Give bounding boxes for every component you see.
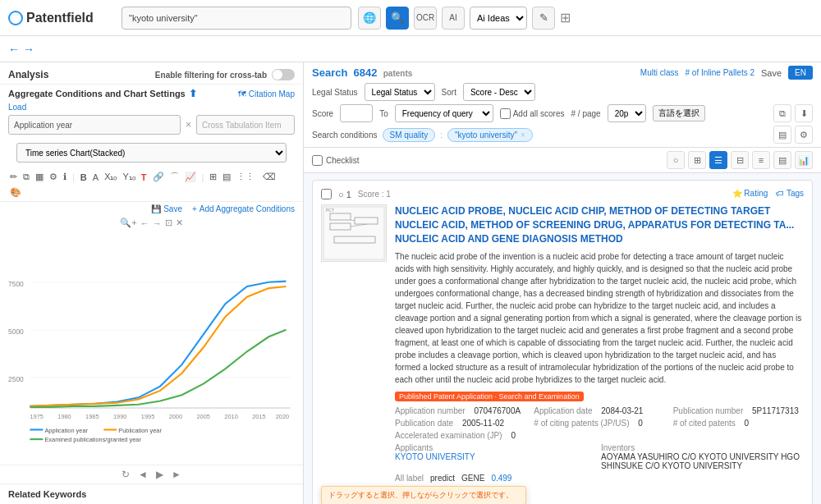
load-link[interactable]: Load [0, 103, 303, 112]
rating-link[interactable]: ⭐ Rating [732, 189, 768, 198]
search-input[interactable] [122, 7, 351, 30]
save-icon: 💾 [151, 204, 161, 213]
back-arrow[interactable]: ← [8, 43, 20, 56]
checklist-label: Checklist [326, 156, 360, 165]
card-view-btn[interactable]: ⊟ [731, 151, 749, 169]
globe-btn[interactable]: 🌐 [358, 7, 381, 30]
map-icon: 🗺 [238, 89, 246, 99]
chart-view-btn[interactable]: 📊 [795, 151, 813, 169]
result1-checkbox[interactable] [321, 189, 332, 199]
sort-label: Sort [442, 88, 456, 97]
app-number-value: 070476700A [474, 406, 521, 415]
score-from-input[interactable] [340, 104, 373, 122]
info-icon[interactable]: ℹ [62, 171, 68, 183]
condition2-remove-btn[interactable]: × [521, 131, 525, 140]
settings-icon[interactable]: ⚙ [48, 171, 59, 183]
pencil-icon[interactable]: ✏ [8, 171, 19, 183]
link-icon[interactable]: 🔗 [151, 171, 166, 183]
pages-select[interactable]: 20p [608, 104, 646, 122]
copy-icon[interactable]: ⧉ [21, 171, 31, 183]
refresh-chart-btn[interactable]: ↻ [122, 469, 130, 480]
separator2: | [200, 172, 206, 183]
color-fill-icon[interactable]: 🎨 [8, 186, 23, 199]
text2-view-btn[interactable]: ▤ [773, 151, 791, 169]
application-year-filter[interactable]: Application year [8, 115, 181, 135]
grid-view-icon2[interactable]: ⊞ [208, 171, 218, 183]
font-a-icon[interactable]: A [91, 172, 100, 183]
filter1-clear-btn[interactable]: × [186, 119, 191, 131]
bold-icon[interactable]: B [79, 172, 89, 183]
app-date-value: 2084-03-21 [601, 406, 643, 415]
accel-label: Accelerated examination (JP) [395, 431, 502, 440]
strikethrough-icon[interactable]: X₁₀ [103, 171, 118, 183]
ocr-btn[interactable]: OCR [414, 7, 437, 30]
chart-icon[interactable]: 📈 [183, 171, 198, 183]
bar-chart-icon[interactable]: ▤ [221, 171, 232, 183]
translate-btn[interactable]: 言語を選択 [653, 105, 705, 121]
chart-toolbar: ✏ ⧉ ▦ ⚙ ℹ | B A X₁₀ Y₁₀ T 🔗 ⌒ 📈 | ⊞ ▤ ⋮⋮… [0, 167, 303, 202]
scatter-icon[interactable]: ⋮⋮ [235, 171, 256, 183]
main-layout: Analysis Enable filtering for cross-tab … [0, 62, 821, 504]
download-icon-btn[interactable]: ⬇ [795, 104, 813, 122]
annotation-link[interactable]: # of Inline Pallets 2 [686, 68, 755, 77]
zoom-in-icon[interactable]: 🔍+ [120, 218, 136, 228]
export-btn[interactable]: EN [788, 66, 813, 80]
edit-icon-btn[interactable]: ✎ [532, 7, 555, 30]
zoom-more-icon[interactable]: ✕ [176, 218, 183, 228]
result1-title[interactable]: NUCLEIC ACID PROBE, NUCLEIC ACID CHIP, M… [395, 204, 804, 245]
tooltip-overlay: ドラッグすると選択、押しながらクリックで選択です。 [321, 486, 526, 504]
logo-icon [8, 11, 23, 25]
app-date-label: Application date [534, 406, 592, 415]
app-number-label: Application number [395, 406, 466, 415]
forward-arrow[interactable]: → [23, 43, 34, 56]
applicants-value[interactable]: KYOTO UNIVERSITY [395, 452, 475, 461]
grid-layout-btn[interactable]: ⊞ [688, 151, 706, 169]
text1-view-btn[interactable]: ≡ [752, 151, 770, 169]
freq-select[interactable]: Frequency of query [395, 104, 493, 122]
next-chart-btn[interactable]: ► [172, 469, 181, 480]
enable-filter-toggle[interactable] [272, 69, 295, 80]
result1-text: NUCLEIC ACID PROBE, NUCLEIC ACID CHIP, M… [395, 204, 804, 483]
filter-icon-btn[interactable]: ▤ [773, 126, 791, 144]
citation-map-link[interactable]: 🗺 Citation Map [238, 89, 295, 99]
accel-value: 0 [511, 431, 516, 440]
select-all-checkbox[interactable] [312, 155, 323, 166]
subscript-icon[interactable]: Y₁₀ [122, 171, 137, 183]
search-btn[interactable]: 🔍 [386, 7, 409, 30]
circle-view-btn[interactable]: ○ [667, 151, 685, 169]
curve-icon[interactable]: ⌒ [168, 170, 181, 184]
sort-select[interactable]: Score - Desc [463, 83, 535, 101]
prev-chart-btn[interactable]: ◄ [138, 469, 148, 480]
add-aggregate-link[interactable]: + Add Aggregate Conditions [192, 204, 295, 213]
table-icon[interactable]: ▦ [34, 171, 45, 183]
eraser-icon[interactable]: ⌫ [261, 171, 277, 183]
cross-tabulation-input[interactable]: Cross Tabulation Item [196, 115, 295, 135]
applicants-label: Applicants [395, 443, 433, 452]
grid-view-icon[interactable]: ⊞ [560, 10, 571, 25]
save-chart-link[interactable]: 💾 Save [151, 204, 182, 213]
legal-status-label: Legal Status [312, 88, 358, 97]
copy-icon-btn[interactable]: ⧉ [773, 104, 791, 122]
tags-link[interactable]: 🏷 Tags [776, 189, 804, 198]
multi-class-link[interactable]: Multi class [640, 68, 679, 77]
analysis-label: Analysis [8, 69, 48, 80]
pub-number-label: Publication number [673, 406, 744, 415]
add-score-cb-input[interactable] [500, 108, 511, 119]
zoom-reset-icon[interactable]: → [153, 218, 162, 228]
chart-type-select[interactable]: Time series Chart(Stacked) [16, 143, 287, 163]
app-number-row: Application number 070476700A [395, 406, 525, 415]
play-chart-btn[interactable]: ▶ [156, 469, 163, 480]
settings-icon-btn2[interactable]: ⚙ [795, 126, 813, 144]
save-results-btn[interactable]: Save [761, 68, 782, 78]
legal-status-select[interactable]: Legal Status [365, 83, 435, 101]
ai-btn[interactable]: AI [442, 7, 465, 30]
zoom-fit-icon[interactable]: ⊡ [165, 218, 172, 228]
text-format-icon[interactable]: T [140, 172, 149, 183]
zoom-out-icon[interactable]: ← [140, 218, 149, 228]
list-view-btn[interactable]: ☰ [709, 151, 727, 169]
patent-drawing-svg: PCT [322, 205, 386, 261]
count-value: 6842 [354, 66, 378, 79]
ai-select[interactable]: Ai Ideas [470, 7, 527, 30]
add-score-checkbox[interactable]: Add all scores [500, 108, 565, 119]
search-condition-actions: ▤ ⚙ [773, 126, 813, 144]
